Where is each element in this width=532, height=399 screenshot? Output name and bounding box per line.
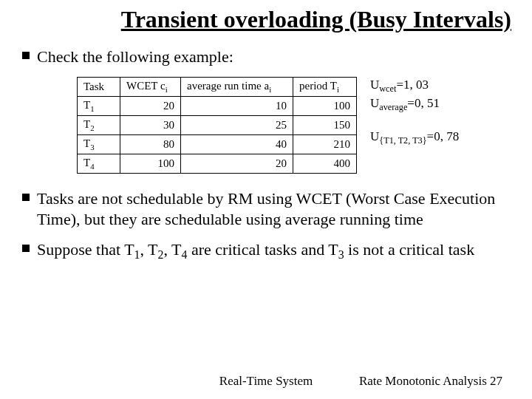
table-row: T4 100 20 400	[78, 154, 357, 174]
bullet-not-schedulable: Tasks are not schedulable by RM using WC…	[21, 188, 511, 229]
table-row: T3 80 40 210	[78, 135, 357, 154]
table-header-row: Task WCET ci average run time ai period …	[78, 78, 357, 97]
table-row: T1 20 10 100	[78, 97, 357, 116]
col-task: Task	[78, 78, 120, 97]
u-subset: U{T1, T2, T3}=0, 78	[370, 129, 459, 147]
utilization-notes: Uwcet=1, 03 Uaverage=0, 51 U{T1, T2, T3}…	[370, 77, 459, 147]
footer-center: Real-Time System	[219, 374, 313, 389]
u-wcet: Uwcet=1, 03	[370, 77, 459, 95]
col-period: period Ti	[293, 78, 357, 97]
task-table: Task WCET ci average run time ai period …	[77, 77, 357, 174]
table-row: T2 30 25 150	[78, 116, 357, 135]
bullet-check-example: Check the following example:	[21, 47, 511, 67]
page-title: Transient overloading (Busy Intervals)	[21, 6, 511, 33]
example-row: Task WCET ci average run time ai period …	[77, 77, 511, 174]
col-avg: average run time ai	[181, 78, 293, 97]
col-wcet: WCET ci	[120, 78, 181, 97]
footer-right: Rate Monotonic Analysis 27	[359, 374, 502, 389]
bullet-suppose: Suppose that T1, T2, T4 are critical tas…	[21, 239, 511, 262]
u-average: Uaverage=0, 51	[370, 95, 459, 114]
slide-footer: Real-Time System Rate Monotonic Analysis…	[0, 374, 532, 389]
